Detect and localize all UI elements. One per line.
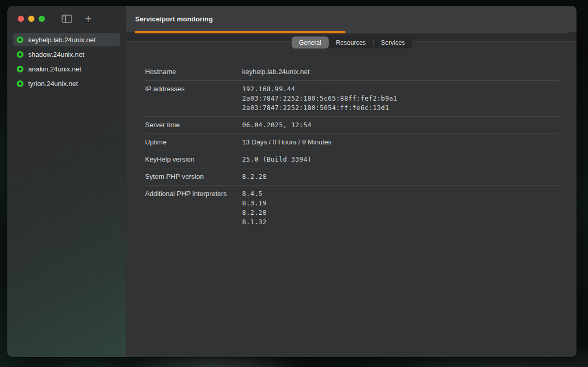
row-value-line: 13 Days / 0 Hours / 9 Minutes: [242, 138, 331, 147]
server-name: shadow.24unix.net: [28, 51, 85, 58]
sidebar-server-item[interactable]: shadow.24unix.net: [13, 47, 120, 61]
tab-bar: GeneralResourcesServices: [292, 36, 412, 48]
server-name: anakin.24unix.net: [28, 65, 81, 73]
row-values: 13 Days / 0 Hours / 9 Minutes: [242, 138, 331, 147]
status-online-icon: [17, 36, 23, 43]
sidebar-server-item[interactable]: keyhelp.lab.24unix.net: [13, 33, 120, 46]
close-button[interactable]: [18, 16, 24, 22]
row-label: Uptime: [145, 138, 242, 147]
details-row: KeyHelp version 25.0 (Build 3394): [145, 151, 559, 168]
details-rows: Hostname keyhelp.lab.24unix.net IP addre…: [145, 64, 559, 230]
progress-bar: [135, 31, 569, 33]
sidebar-server-item[interactable]: anakin.24unix.net: [13, 62, 120, 76]
titlebar: Service/port monitoring: [126, 6, 577, 32]
minimize-button[interactable]: [28, 16, 34, 22]
details-row: Uptime 13 Days / 0 Hours / 9 Minutes: [145, 134, 559, 151]
tab-resources[interactable]: Resources: [329, 36, 373, 48]
row-value-line: 2a03:7847:2252:180:5054:ff:fe6c:13d1: [242, 103, 397, 113]
row-values: 25.0 (Build 3394): [242, 155, 311, 164]
details-row: Hostname keyhelp.lab.24unix.net: [145, 64, 559, 81]
row-value-line: 8.1.32: [242, 217, 267, 227]
status-online-icon: [17, 66, 23, 72]
row-value-line: 8.3.19: [242, 199, 267, 208]
progress-fill: [135, 31, 345, 33]
sidebar-toggle-icon[interactable]: [62, 15, 72, 23]
row-label: KeyHelp version: [145, 155, 242, 164]
details-row: IP addresses 192.168.99.442a03:7847:2252…: [145, 81, 559, 117]
tab-general[interactable]: General: [292, 36, 329, 48]
details-row: Additional PHP interpreters 8.4.58.3.198…: [145, 186, 559, 230]
row-value-line: 192.168.99.44: [242, 84, 397, 94]
sidebar-server-item[interactable]: tyrion.24unix.net: [13, 77, 120, 90]
row-values: 8.2.28: [242, 172, 267, 181]
details-row: Sytem PHP version 8.2.28: [145, 168, 559, 186]
row-values: 192.168.99.442a03:7847:2252:180:5c65:88f…: [242, 84, 397, 113]
add-server-button[interactable]: +: [83, 14, 93, 23]
server-name: tyrion.24unix.net: [28, 80, 78, 88]
app-window: + keyhelp.lab.24unix.net shadow.24unix.n…: [7, 6, 577, 357]
tab-services[interactable]: Services: [374, 36, 412, 48]
status-online-icon: [17, 51, 23, 58]
row-value-line: 8.4.5: [242, 189, 267, 199]
row-value-line: keyhelp.lab.24unix.net: [242, 67, 309, 77]
server-list: keyhelp.lab.24unix.net shadow.24unix.net…: [7, 33, 126, 90]
details-panel: Hostname keyhelp.lab.24unix.net IP addre…: [126, 42, 577, 357]
row-label: Hostname: [145, 67, 242, 77]
row-label: Server time: [145, 120, 242, 130]
window-controls: +: [7, 6, 126, 32]
row-value-line: 8.2.28: [242, 172, 267, 181]
details-row: Server time 06.04.2025, 12:54: [145, 117, 559, 134]
row-value-line: 8.2.28: [242, 208, 267, 217]
row-value-line: 06.04.2025, 12:54: [242, 120, 311, 130]
page-title: Service/port monitoring: [135, 15, 213, 23]
zoom-button[interactable]: [39, 16, 45, 22]
row-label: Sytem PHP version: [145, 172, 242, 181]
server-name: keyhelp.lab.24unix.net: [28, 36, 95, 44]
sidebar: + keyhelp.lab.24unix.net shadow.24unix.n…: [7, 6, 126, 357]
row-values: 06.04.2025, 12:54: [242, 120, 311, 130]
status-online-icon: [17, 80, 23, 87]
row-values: 8.4.58.3.198.2.288.1.32: [242, 189, 267, 227]
row-label: Additional PHP interpreters: [145, 189, 242, 227]
row-label: IP addresses: [145, 84, 242, 113]
row-value-line: 25.0 (Build 3394): [242, 155, 311, 164]
row-value-line: 2a03:7847:2252:180:5c65:88ff:fef2:b9a1: [242, 94, 397, 103]
main-panel: Service/port monitoring GeneralResources…: [126, 6, 577, 357]
row-values: keyhelp.lab.24unix.net: [242, 67, 309, 77]
